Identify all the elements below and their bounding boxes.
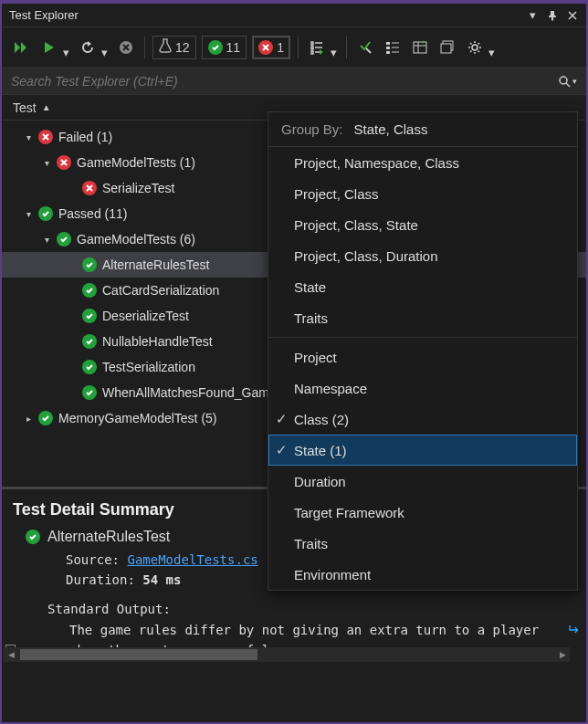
expand-icon[interactable]: ▾ (42, 158, 51, 168)
run-dropdown-icon[interactable]: ▾ (63, 46, 69, 49)
pass-icon (38, 411, 53, 425)
pass-icon (82, 360, 97, 374)
menu-item[interactable]: Target Framework (268, 497, 577, 528)
tree-row-label: CatCardSerialization (102, 283, 219, 298)
pass-icon (38, 206, 53, 221)
horizontal-scrollbar[interactable]: ◀ ▶ (4, 647, 570, 662)
expand-icon[interactable]: ▾ (24, 209, 33, 219)
menu-item[interactable]: State (268, 271, 577, 302)
menu-item-label: Project (294, 350, 337, 365)
search-icon[interactable]: ▾ (558, 75, 577, 88)
passed-counter[interactable]: 11 (202, 36, 247, 59)
menu-item-label: Namespace (294, 381, 367, 396)
menu-item-label: Class (2) (294, 412, 349, 427)
wrap-icon: ↵ (567, 621, 579, 638)
scroll-left-icon[interactable]: ◀ (4, 647, 18, 662)
menu-item[interactable]: Project, Class, State (268, 209, 577, 240)
failed-count: 1 (277, 40, 284, 55)
close-icon[interactable] (562, 5, 583, 26)
expand-icon[interactable]: ▾ (24, 132, 33, 142)
source-link[interactable]: GameModelTests.cs (127, 552, 257, 567)
menu-item[interactable]: ✓State (1) (268, 435, 577, 466)
pass-icon (57, 232, 71, 247)
repeat-dropdown-icon[interactable]: ▾ (101, 46, 108, 49)
stdout-label: Standard Output: (13, 602, 575, 616)
duration-value: 54 ms (142, 572, 181, 587)
scrollbar-thumb[interactable] (20, 649, 257, 660)
window-title: Test Explorer (9, 8, 522, 22)
playlist-button[interactable] (306, 37, 328, 58)
tree-row-label: DeserializeTest (102, 309, 189, 323)
pass-icon (208, 40, 223, 55)
fail-icon (258, 40, 273, 55)
tree-row-label: GameModelTests (1) (77, 155, 195, 170)
tree-row-label: AlternateRulesTest (102, 257, 210, 272)
passed-count: 11 (226, 40, 241, 55)
playlist-dropdown-icon[interactable]: ▾ (331, 46, 337, 49)
dropdown-icon[interactable]: ▾ (522, 5, 542, 26)
pass-icon (82, 385, 97, 400)
duration-label: Duration: (66, 572, 135, 587)
source-label: Source: (66, 552, 120, 567)
total-count: 12 (175, 40, 190, 55)
total-counter[interactable]: 12 (152, 36, 196, 59)
fail-icon (38, 130, 53, 144)
columns-button[interactable] (409, 37, 431, 58)
windows-button[interactable] (436, 37, 458, 58)
menu-item-label: Traits (294, 536, 328, 551)
tree-row-label: NullableHandleTest (102, 334, 213, 349)
menu-item[interactable]: Project, Namespace, Class (268, 147, 577, 178)
expand-icon[interactable]: ▾ (42, 235, 51, 245)
menu-item[interactable]: Project, Class, Duration (268, 240, 577, 271)
toolbar: ▾ ▾ 12 11 1 ▾ (2, 27, 586, 68)
separator (346, 37, 347, 58)
pin-icon[interactable] (542, 5, 562, 26)
pass-icon (82, 257, 97, 272)
group-by-button[interactable] (382, 37, 404, 58)
counter-group: 12 11 1 (152, 36, 290, 59)
menu-item[interactable]: Project (268, 341, 577, 372)
menu-header-value: State, Class (354, 121, 428, 137)
svg-rect-3 (386, 51, 390, 54)
check-icon: ✓ (274, 411, 289, 427)
search-bar: ▾ (2, 68, 586, 95)
detail-test-name: AlternateRulesTest (47, 529, 170, 545)
fail-icon (57, 155, 71, 170)
menu-item[interactable]: Namespace (268, 372, 577, 404)
svg-rect-4 (414, 42, 426, 53)
run-all-button[interactable] (11, 37, 33, 58)
run-button[interactable] (38, 37, 60, 58)
menu-item[interactable]: Project, Class (268, 178, 577, 209)
title-bar: Test Explorer ▾ (2, 4, 586, 27)
fail-icon (82, 181, 97, 195)
menu-header: Group By: State, Class (268, 112, 577, 147)
menu-item-label: State (1) (294, 443, 347, 458)
settings-button[interactable] (464, 37, 486, 58)
settings-dropdown-icon[interactable]: ▾ (488, 46, 495, 49)
menu-item[interactable]: Traits (268, 528, 577, 559)
sort-asc-icon: ▲ (42, 102, 51, 112)
expand-icon[interactable]: ▸ (24, 414, 33, 424)
tree-row-label: GameModelTests (6) (77, 232, 195, 247)
group-by-menu: Group By: State, Class Project, Namespac… (268, 111, 578, 591)
scroll-right-icon[interactable]: ▶ (555, 647, 570, 662)
tree-row-label: Failed (1) (58, 130, 112, 144)
stop-button[interactable] (115, 37, 137, 58)
tree-row-label: MemoryGameModelTest (5) (58, 411, 217, 425)
repeat-button[interactable] (77, 37, 99, 58)
pass-icon (82, 283, 97, 298)
menu-item[interactable]: Environment (268, 559, 577, 590)
separator (298, 37, 299, 58)
menu-item-label: Duration (294, 474, 346, 489)
menu-separator (268, 337, 577, 338)
svg-rect-6 (441, 44, 451, 53)
menu-item[interactable]: ✓Class (2) (268, 404, 577, 435)
menu-header-label: Group By: (281, 121, 343, 137)
search-input[interactable] (11, 74, 558, 89)
menu-item[interactable]: Traits (268, 302, 577, 333)
menu-item[interactable]: Duration (268, 466, 577, 497)
tree-row-label: TestSerialization (102, 360, 195, 374)
run-after-build-button[interactable] (354, 37, 376, 58)
check-icon: ✓ (274, 442, 289, 458)
failed-counter[interactable]: 1 (252, 36, 290, 59)
